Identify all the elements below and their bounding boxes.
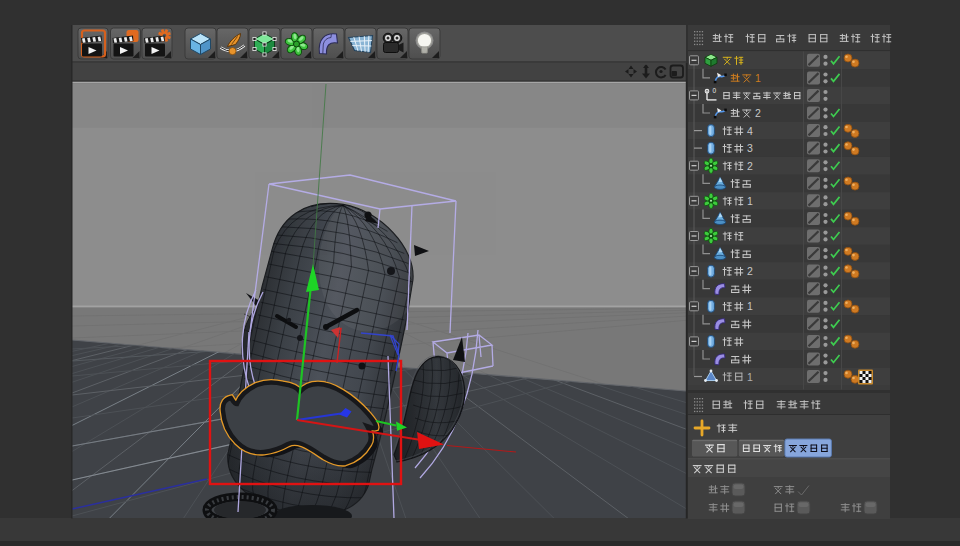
svg-text:1: 1 bbox=[747, 195, 753, 207]
svg-text:2: 2 bbox=[747, 160, 753, 172]
svg-text:2: 2 bbox=[755, 107, 761, 119]
svg-text:3: 3 bbox=[747, 142, 753, 154]
svg-text:0: 0 bbox=[713, 87, 717, 94]
svg-text:4: 4 bbox=[747, 125, 753, 137]
svg-text:1: 1 bbox=[747, 371, 753, 383]
svg-text:1: 1 bbox=[747, 300, 753, 312]
svg-text:2: 2 bbox=[747, 265, 753, 277]
svg-text:1: 1 bbox=[755, 72, 761, 84]
